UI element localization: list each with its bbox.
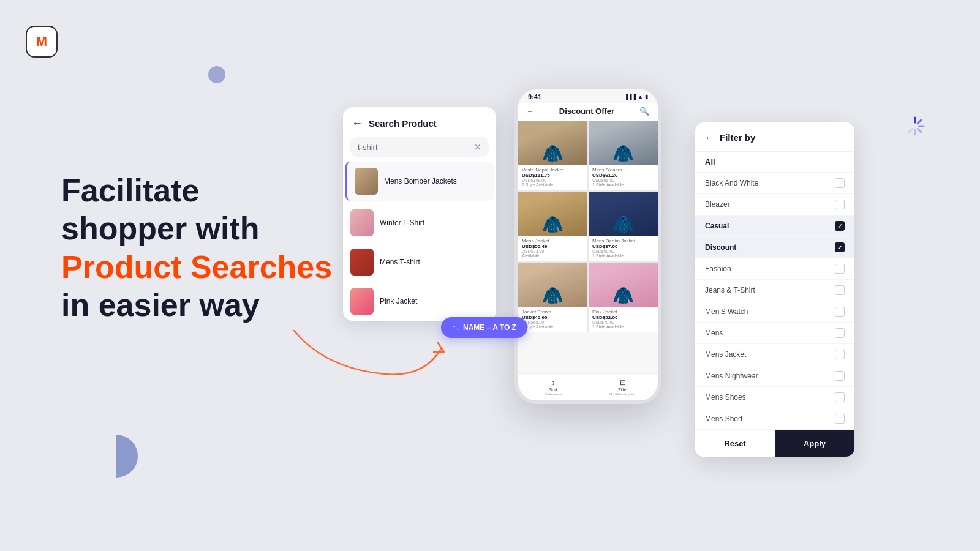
filter-item-discount[interactable]: Discount [695, 237, 854, 258]
sort-icon: ↑↓ [452, 323, 459, 332]
filter-checkbox[interactable] [835, 328, 845, 338]
filter-item[interactable]: Men'S Watch [695, 301, 854, 323]
person-figure: 🧥 [589, 192, 658, 236]
result-label: Pink Jacket [380, 297, 417, 305]
product-old-price: USD$73.99 [522, 249, 584, 253]
filter-checkbox[interactable] [835, 200, 845, 209]
filter-item-label: All [705, 157, 715, 167]
search-result-item[interactable]: Mens Bomber Jackets [345, 162, 494, 201]
result-thumbnail [350, 288, 374, 315]
hero-line1: Facilitate [61, 173, 199, 208]
sort-tab-icon: ↕ [551, 378, 555, 387]
product-info: Jacket Brown USD$45.00 USD$60.00 2 Style… [518, 307, 587, 332]
search-result-item[interactable]: Winter T-Shirt [343, 203, 496, 242]
product-image: 🧥 [518, 263, 587, 307]
filter-item-label: Mens Jacket [705, 350, 746, 359]
search-header-icon[interactable]: 🔍 [639, 107, 649, 116]
product-image: 🧥 [589, 192, 658, 236]
filter-item[interactable]: Bleazer [695, 194, 854, 216]
product-card[interactable]: 🧥 Veste Nepal Jacket USD$111.75 USD$149.… [518, 121, 587, 190]
sort-tab[interactable]: ↕ Sort Relevance [518, 378, 588, 396]
filter-checkbox-checked[interactable] [835, 242, 845, 252]
filter-item[interactable]: Black And White [695, 173, 854, 194]
filter-item-label: Men'S Watch [705, 307, 748, 316]
logo[interactable]: M [26, 26, 62, 62]
clear-icon[interactable]: ✕ [474, 142, 481, 152]
search-panel: ← Search Product t-shirt ✕ Mens Bomber J… [343, 107, 496, 321]
sort-label: NAME – A TO Z [463, 323, 516, 332]
signal-icon: ▐▐▐ [624, 94, 636, 100]
filter-back-icon[interactable]: ← [705, 133, 714, 143]
filter-checkbox[interactable] [835, 371, 845, 381]
sort-tab-sublabel: Relevance [545, 392, 562, 396]
filter-checkbox[interactable] [835, 178, 845, 188]
filter-item[interactable]: Fashion [695, 258, 854, 280]
filter-apply-button[interactable]: Apply [775, 430, 854, 457]
filter-tab-icon: ⊟ [620, 378, 626, 387]
product-price: USD$45.00 [522, 315, 584, 320]
product-old-price: USD$60.00 [522, 320, 584, 324]
hero-line4: in easier way [61, 287, 260, 323]
product-card[interactable]: 🧥 Mens Jacket USD$55.49 USD$73.99 Availa… [518, 192, 587, 261]
product-price: USD$52.00 [592, 315, 654, 320]
search-results-list: Mens Bomber Jackets Winter T-Shirt Mens … [343, 162, 496, 321]
filter-tab-sublabel: No Filter Applied [609, 392, 636, 396]
product-card[interactable]: 🧥 Pink Jacket USD$52.00 USD$70.00 1 Styl… [589, 263, 658, 332]
product-info: Veste Nepal Jacket USD$111.75 USD$149.00… [518, 165, 587, 190]
search-input-container[interactable]: t-shirt ✕ [350, 137, 489, 157]
filter-item-label: Jeans & T-Shirt [705, 286, 755, 294]
product-price: USD$111.75 [522, 173, 584, 178]
filter-item[interactable]: Mens Jacket [695, 344, 854, 365]
sort-tab-label: Sort [549, 388, 557, 392]
product-info: Pink Jacket USD$52.00 USD$70.00 1 Style … [589, 307, 658, 332]
hero-line2: shopper with [61, 211, 260, 246]
person-figure: 🧥 [589, 121, 658, 165]
filter-footer: Reset Apply [695, 430, 854, 457]
search-panel-header: ← Search Product [343, 107, 496, 137]
filter-item[interactable]: Mens Short [695, 408, 854, 430]
filter-item-label: Mens [705, 329, 723, 337]
product-card[interactable]: 🧥 Mens Bleacer USD$61.20 USD$68.00 1 Sty… [589, 121, 658, 190]
search-panel-title: Search Product [369, 118, 437, 129]
app-back-icon[interactable]: ← [527, 107, 534, 116]
filter-item[interactable]: Mens Shoes [695, 387, 854, 408]
product-name: Mens Jacket [522, 238, 584, 244]
filter-checkbox[interactable] [835, 392, 845, 402]
bottom-tab-bar: ↕ Sort Relevance ⊟ Filter No Filter Appl… [518, 373, 658, 400]
sort-badge[interactable]: ↑↓ NAME – A TO Z [441, 317, 527, 338]
filter-checkbox[interactable] [835, 264, 845, 274]
filter-item-label: Discount [705, 243, 736, 252]
product-styles: 1 Style Available [592, 253, 654, 258]
filter-checkbox[interactable] [835, 414, 845, 424]
filter-item[interactable]: Jeans & T-Shirt [695, 280, 854, 301]
filter-item-casual[interactable]: Casual [695, 216, 854, 237]
filter-item[interactable]: Mens Nightwear [695, 365, 854, 387]
product-price: USD$37.00 [592, 244, 654, 249]
spinner-decoration [904, 115, 926, 137]
product-card[interactable]: 🧥 Mens Denim Jacket USD$37.00 USD$50.00 … [589, 192, 658, 261]
filter-checkbox-checked[interactable] [835, 221, 845, 231]
filter-header: ← Filter by [695, 122, 854, 152]
search-result-item[interactable]: Pink Jacket [343, 282, 496, 321]
filter-item-all[interactable]: All [695, 152, 854, 173]
product-old-price: USD$70.00 [592, 320, 654, 324]
product-styles: 1 Style Available [592, 324, 654, 329]
product-image: 🧥 [518, 121, 587, 165]
filter-tab[interactable]: ⊟ Filter No Filter Applied [588, 378, 658, 396]
product-price: USD$55.49 [522, 244, 584, 249]
decorative-circle-bottom [95, 435, 138, 478]
product-image: 🧥 [589, 121, 658, 165]
filter-checkbox[interactable] [835, 350, 845, 359]
search-input[interactable]: t-shirt [358, 143, 469, 152]
filter-item[interactable]: Mens [695, 323, 854, 344]
filter-item-label: Mens Short [705, 414, 742, 423]
filter-item-label: Mens Shoes [705, 393, 746, 402]
svg-line-3 [918, 129, 921, 132]
filter-checkbox[interactable] [835, 285, 845, 295]
back-arrow-icon[interactable]: ← [352, 117, 363, 130]
filter-reset-button[interactable]: Reset [695, 430, 775, 457]
product-card[interactable]: 🧥 Jacket Brown USD$45.00 USD$60.00 2 Sty… [518, 263, 587, 332]
search-result-item[interactable]: Mens T-shirt [343, 242, 496, 282]
filter-checkbox[interactable] [835, 307, 845, 317]
app-header: ← Discount Offer 🔍 [518, 103, 658, 121]
